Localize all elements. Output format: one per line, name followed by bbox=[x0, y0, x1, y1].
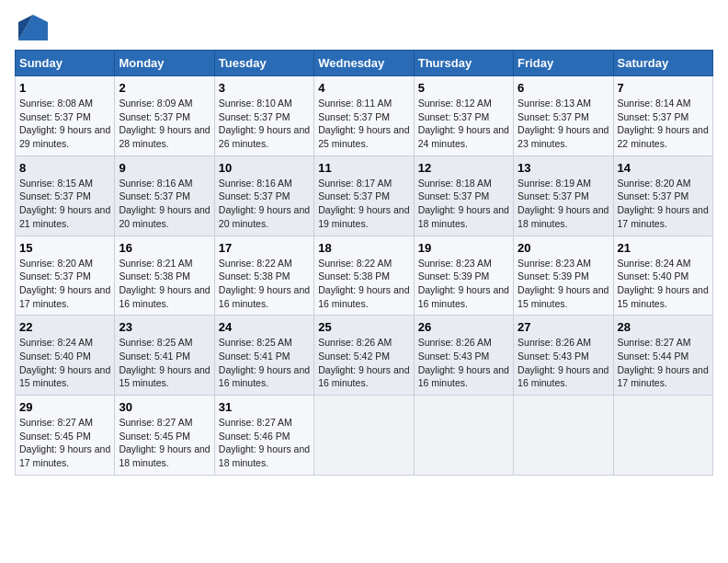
calendar-cell: 16 Sunrise: 8:21 AM Sunset: 5:38 PM Dayl… bbox=[115, 236, 214, 316]
calendar-cell: 7 Sunrise: 8:14 AM Sunset: 5:37 PM Dayli… bbox=[613, 76, 712, 156]
calendar-cell: 10 Sunrise: 8:16 AM Sunset: 5:37 PM Dayl… bbox=[214, 155, 313, 236]
calendar-cell bbox=[613, 396, 712, 476]
col-header-sunday: Sunday bbox=[16, 51, 115, 76]
day-number: 5 bbox=[418, 81, 509, 95]
calendar-cell: 31 Sunrise: 8:27 AM Sunset: 5:46 PM Dayl… bbox=[214, 396, 313, 476]
day-info: Sunrise: 8:17 AM Sunset: 5:37 PM Dayligh… bbox=[318, 177, 409, 231]
calendar-cell: 12 Sunrise: 8:18 AM Sunset: 5:37 PM Dayl… bbox=[414, 155, 513, 236]
page-header bbox=[15, 15, 713, 40]
calendar-week-row: 29 Sunrise: 8:27 AM Sunset: 5:45 PM Dayl… bbox=[16, 396, 713, 476]
day-number: 14 bbox=[618, 161, 709, 175]
day-number: 31 bbox=[219, 400, 310, 414]
day-number: 1 bbox=[19, 81, 110, 95]
day-info: Sunrise: 8:21 AM Sunset: 5:38 PM Dayligh… bbox=[119, 257, 210, 311]
day-info: Sunrise: 8:11 AM Sunset: 5:37 PM Dayligh… bbox=[318, 97, 409, 151]
calendar-cell bbox=[414, 396, 513, 476]
calendar-cell: 24 Sunrise: 8:25 AM Sunset: 5:41 PM Dayl… bbox=[214, 316, 313, 396]
calendar-cell: 19 Sunrise: 8:23 AM Sunset: 5:39 PM Dayl… bbox=[414, 236, 513, 316]
day-number: 12 bbox=[418, 161, 509, 175]
day-number: 18 bbox=[318, 241, 409, 255]
calendar-cell: 23 Sunrise: 8:25 AM Sunset: 5:41 PM Dayl… bbox=[115, 316, 214, 396]
calendar-cell: 11 Sunrise: 8:17 AM Sunset: 5:37 PM Dayl… bbox=[314, 155, 414, 236]
day-number: 17 bbox=[219, 241, 310, 255]
calendar-cell: 9 Sunrise: 8:16 AM Sunset: 5:37 PM Dayli… bbox=[115, 155, 214, 236]
day-number: 29 bbox=[19, 400, 110, 414]
calendar-cell: 8 Sunrise: 8:15 AM Sunset: 5:37 PM Dayli… bbox=[16, 155, 115, 236]
calendar-cell: 13 Sunrise: 8:19 AM Sunset: 5:37 PM Dayl… bbox=[514, 155, 613, 236]
calendar-cell: 28 Sunrise: 8:27 AM Sunset: 5:44 PM Dayl… bbox=[613, 316, 712, 396]
day-info: Sunrise: 8:10 AM Sunset: 5:37 PM Dayligh… bbox=[219, 97, 310, 151]
calendar-cell: 2 Sunrise: 8:09 AM Sunset: 5:37 PM Dayli… bbox=[115, 76, 214, 156]
day-info: Sunrise: 8:27 AM Sunset: 5:45 PM Dayligh… bbox=[19, 416, 110, 470]
calendar-cell: 21 Sunrise: 8:24 AM Sunset: 5:40 PM Dayl… bbox=[613, 236, 712, 316]
calendar-cell: 26 Sunrise: 8:26 AM Sunset: 5:43 PM Dayl… bbox=[414, 316, 513, 396]
day-number: 2 bbox=[119, 81, 210, 95]
col-header-monday: Monday bbox=[115, 51, 214, 76]
day-number: 13 bbox=[518, 161, 609, 175]
calendar-cell: 4 Sunrise: 8:11 AM Sunset: 5:37 PM Dayli… bbox=[314, 76, 414, 156]
day-info: Sunrise: 8:23 AM Sunset: 5:39 PM Dayligh… bbox=[518, 257, 609, 311]
calendar-cell bbox=[514, 396, 613, 476]
day-number: 21 bbox=[618, 241, 709, 255]
calendar-cell: 14 Sunrise: 8:20 AM Sunset: 5:37 PM Dayl… bbox=[613, 155, 712, 236]
day-info: Sunrise: 8:19 AM Sunset: 5:37 PM Dayligh… bbox=[518, 177, 609, 231]
calendar-week-row: 1 Sunrise: 8:08 AM Sunset: 5:37 PM Dayli… bbox=[16, 76, 713, 156]
calendar-cell: 15 Sunrise: 8:20 AM Sunset: 5:37 PM Dayl… bbox=[16, 236, 115, 316]
day-info: Sunrise: 8:16 AM Sunset: 5:37 PM Dayligh… bbox=[119, 177, 210, 231]
calendar-cell: 29 Sunrise: 8:27 AM Sunset: 5:45 PM Dayl… bbox=[16, 396, 115, 476]
calendar-cell: 6 Sunrise: 8:13 AM Sunset: 5:37 PM Dayli… bbox=[514, 76, 613, 156]
col-header-saturday: Saturday bbox=[613, 51, 712, 76]
day-number: 24 bbox=[219, 320, 310, 334]
day-number: 6 bbox=[518, 81, 609, 95]
day-number: 25 bbox=[318, 320, 409, 334]
day-info: Sunrise: 8:22 AM Sunset: 5:38 PM Dayligh… bbox=[219, 257, 310, 311]
day-number: 3 bbox=[219, 81, 310, 95]
day-number: 4 bbox=[318, 81, 409, 95]
calendar-header-row: SundayMondayTuesdayWednesdayThursdayFrid… bbox=[16, 51, 713, 76]
calendar-cell: 18 Sunrise: 8:22 AM Sunset: 5:38 PM Dayl… bbox=[314, 236, 414, 316]
day-number: 20 bbox=[518, 241, 609, 255]
day-info: Sunrise: 8:25 AM Sunset: 5:41 PM Dayligh… bbox=[219, 336, 310, 390]
day-info: Sunrise: 8:26 AM Sunset: 5:42 PM Dayligh… bbox=[318, 336, 409, 390]
logo-icon bbox=[18, 15, 48, 40]
calendar-cell: 3 Sunrise: 8:10 AM Sunset: 5:37 PM Dayli… bbox=[214, 76, 313, 156]
day-info: Sunrise: 8:23 AM Sunset: 5:39 PM Dayligh… bbox=[418, 257, 509, 311]
day-info: Sunrise: 8:22 AM Sunset: 5:38 PM Dayligh… bbox=[318, 257, 409, 311]
day-number: 11 bbox=[318, 161, 409, 175]
day-number: 28 bbox=[618, 320, 709, 334]
day-info: Sunrise: 8:08 AM Sunset: 5:37 PM Dayligh… bbox=[19, 97, 110, 151]
logo bbox=[15, 15, 48, 40]
day-info: Sunrise: 8:24 AM Sunset: 5:40 PM Dayligh… bbox=[618, 257, 709, 311]
calendar-cell: 17 Sunrise: 8:22 AM Sunset: 5:38 PM Dayl… bbox=[214, 236, 313, 316]
calendar-week-row: 8 Sunrise: 8:15 AM Sunset: 5:37 PM Dayli… bbox=[16, 155, 713, 236]
col-header-thursday: Thursday bbox=[414, 51, 513, 76]
calendar-week-row: 22 Sunrise: 8:24 AM Sunset: 5:40 PM Dayl… bbox=[16, 316, 713, 396]
day-number: 16 bbox=[119, 241, 210, 255]
calendar-cell: 1 Sunrise: 8:08 AM Sunset: 5:37 PM Dayli… bbox=[16, 76, 115, 156]
day-number: 9 bbox=[119, 161, 210, 175]
day-number: 10 bbox=[219, 161, 310, 175]
day-number: 26 bbox=[418, 320, 509, 334]
day-number: 15 bbox=[19, 241, 110, 255]
calendar-cell: 25 Sunrise: 8:26 AM Sunset: 5:42 PM Dayl… bbox=[314, 316, 414, 396]
day-info: Sunrise: 8:24 AM Sunset: 5:40 PM Dayligh… bbox=[19, 336, 110, 390]
day-number: 19 bbox=[418, 241, 509, 255]
day-info: Sunrise: 8:09 AM Sunset: 5:37 PM Dayligh… bbox=[119, 97, 210, 151]
day-info: Sunrise: 8:27 AM Sunset: 5:46 PM Dayligh… bbox=[219, 416, 310, 470]
day-info: Sunrise: 8:20 AM Sunset: 5:37 PM Dayligh… bbox=[19, 257, 110, 311]
calendar-table: SundayMondayTuesdayWednesdayThursdayFrid… bbox=[15, 50, 713, 476]
calendar-week-row: 15 Sunrise: 8:20 AM Sunset: 5:37 PM Dayl… bbox=[16, 236, 713, 316]
day-number: 22 bbox=[19, 320, 110, 334]
calendar-cell: 5 Sunrise: 8:12 AM Sunset: 5:37 PM Dayli… bbox=[414, 76, 513, 156]
day-info: Sunrise: 8:27 AM Sunset: 5:44 PM Dayligh… bbox=[618, 336, 709, 390]
col-header-tuesday: Tuesday bbox=[214, 51, 313, 76]
calendar-cell: 30 Sunrise: 8:27 AM Sunset: 5:45 PM Dayl… bbox=[115, 396, 214, 476]
day-info: Sunrise: 8:13 AM Sunset: 5:37 PM Dayligh… bbox=[518, 97, 609, 151]
day-info: Sunrise: 8:12 AM Sunset: 5:37 PM Dayligh… bbox=[418, 97, 509, 151]
day-number: 27 bbox=[518, 320, 609, 334]
calendar-cell: 22 Sunrise: 8:24 AM Sunset: 5:40 PM Dayl… bbox=[16, 316, 115, 396]
col-header-wednesday: Wednesday bbox=[314, 51, 414, 76]
day-number: 30 bbox=[119, 400, 210, 414]
day-info: Sunrise: 8:27 AM Sunset: 5:45 PM Dayligh… bbox=[119, 416, 210, 470]
day-info: Sunrise: 8:15 AM Sunset: 5:37 PM Dayligh… bbox=[19, 177, 110, 231]
